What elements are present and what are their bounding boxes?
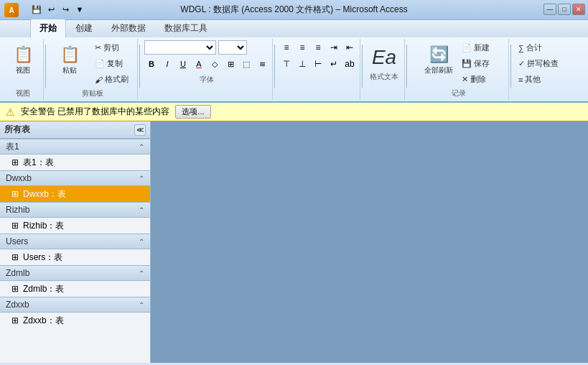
italic-button[interactable]: I xyxy=(160,57,174,71)
clipboard-content: 📋 粘贴 ✂ 剪切 📄 复制 🖌 格式刷 xyxy=(52,40,133,87)
window-controls: — □ ✕ xyxy=(543,4,585,15)
table-icon-1: ⊞ xyxy=(11,157,19,167)
nav-section-zdxxb[interactable]: Zdxxb ⌃ xyxy=(0,297,150,313)
more-label: 其他 xyxy=(525,74,541,85)
nav-section-title-zdmlb: Zdmlb xyxy=(6,268,29,278)
expand-button[interactable]: ab xyxy=(342,57,357,71)
outdent-button[interactable]: ⇤ xyxy=(342,40,357,55)
title-text: WDGL : 数据库 (Access 2000 文件格式) – Microsof… xyxy=(180,4,407,16)
new-record-button[interactable]: 📄 新建 xyxy=(457,40,494,55)
nav-collapse-button[interactable]: ≪ xyxy=(134,124,146,136)
sum-button[interactable]: ∑ 合计 xyxy=(514,40,563,55)
refresh-button[interactable]: 🔄 全部刷新 xyxy=(423,40,454,80)
align-right-button[interactable]: ≡ xyxy=(311,40,325,55)
nav-panel: 所有表 ≪ 表1 ⌃ ⊞ 表1：表 Dwxxb ⌃ ⊞ Dwxxb：表 xyxy=(0,121,151,363)
records-small-col: 📄 新建 💾 保存 ✕ 删除 xyxy=(457,40,494,87)
align-row-1: ≡ ≡ ≡ ⇥ ⇤ xyxy=(279,40,357,55)
qat-redo-button[interactable]: ↪ xyxy=(59,3,72,16)
grid-button[interactable]: ⊞ xyxy=(223,57,238,71)
tab-create[interactable]: 创建 xyxy=(66,19,102,37)
cut-icon: ✂ xyxy=(95,43,101,52)
records-group-label: 记录 xyxy=(452,88,466,98)
qat-customize-button[interactable]: ▼ xyxy=(73,3,86,16)
nav-item-rizhib[interactable]: ⊞ Rizhib：表 xyxy=(0,218,150,234)
font-size-select[interactable] xyxy=(218,40,247,55)
nav-item-table1-biao[interactable]: ⊞ 表1：表 xyxy=(0,154,150,170)
font-name-select[interactable] xyxy=(144,40,216,55)
nav-section-users[interactable]: Users ⌃ xyxy=(0,234,150,249)
refresh-label: 全部刷新 xyxy=(424,65,453,75)
nav-item-label-users: Users：表 xyxy=(23,251,62,264)
align-middle-button[interactable]: ⊥ xyxy=(295,57,309,71)
qat-undo-button[interactable]: ↩ xyxy=(45,3,57,16)
align-bottom-button[interactable]: ⊢ xyxy=(311,57,325,71)
font-color-button[interactable]: A xyxy=(192,57,206,71)
view-group-content: 📋 视图 xyxy=(7,40,39,87)
nav-section-chevron-zdmlb: ⌃ xyxy=(139,269,144,277)
color-fill-button[interactable]: ≋ xyxy=(255,57,269,71)
nav-section-title-zdxxb: Zdxxb xyxy=(6,300,29,310)
nav-item-dwxxb[interactable]: ⊞ Dwxxb：表 xyxy=(0,186,150,202)
nav-item-zdxxb[interactable]: ⊞ Zdxxb：表 xyxy=(0,313,150,328)
sum-label: 合计 xyxy=(526,42,542,53)
font-row-1 xyxy=(144,40,269,55)
qat-save-button[interactable]: 💾 xyxy=(30,3,43,16)
align-left-button[interactable]: ≡ xyxy=(279,40,294,55)
align-center-button[interactable]: ≡ xyxy=(295,40,309,55)
border-button[interactable]: ⬚ xyxy=(239,57,253,71)
spell-button[interactable]: ✓ 拼写检查 xyxy=(514,56,563,71)
table-icon-rizhib: ⊞ xyxy=(11,221,19,231)
divider-2 xyxy=(139,45,140,88)
indent-button[interactable]: ⇥ xyxy=(327,40,341,55)
paste-button[interactable]: 📋 粘贴 xyxy=(52,40,88,80)
view-button[interactable]: 📋 视图 xyxy=(7,40,39,80)
cut-button[interactable]: ✂ 剪切 xyxy=(90,40,133,55)
nav-section-title-table1: 表1 xyxy=(6,141,19,153)
maximize-button[interactable]: □ xyxy=(558,4,571,15)
ribbon-group-format-text: Ea 格式文本 xyxy=(364,39,405,100)
divider-6 xyxy=(510,45,511,88)
tab-database-tools[interactable]: 数据库工具 xyxy=(155,19,217,37)
format-text-label: 格式文本 xyxy=(370,72,398,82)
underline-button[interactable]: U xyxy=(176,57,190,71)
tab-external-data[interactable]: 外部数据 xyxy=(102,19,155,37)
nav-section-dwxxb[interactable]: Dwxxb ⌃ xyxy=(0,170,150,186)
wrap-button[interactable]: ↵ xyxy=(327,57,341,71)
nav-section-chevron-users: ⌃ xyxy=(139,238,144,246)
nav-item-label-dwxxb: Dwxxb：表 xyxy=(23,188,66,200)
save-record-button[interactable]: 💾 保存 xyxy=(457,56,494,71)
security-options-button[interactable]: 选项... xyxy=(175,105,210,119)
font-row-2: B I U A ◇ ⊞ ⬚ ≋ xyxy=(144,57,269,71)
nav-item-label-zdxxb: Zdxxb：表 xyxy=(23,315,64,327)
ribbon-group-records: 🔄 全部刷新 📄 新建 💾 保存 ✕ 删除 xyxy=(409,39,509,100)
refresh-icon: 🔄 xyxy=(429,45,449,64)
quick-access-toolbar: 💾 ↩ ↪ ▼ xyxy=(30,3,86,16)
nav-section-zdmlb[interactable]: Zdmlb ⌃ xyxy=(0,265,150,281)
content-area xyxy=(151,121,588,363)
nav-item-zdmlb[interactable]: ⊞ Zdmlb：表 xyxy=(0,281,150,297)
clipboard-label: 剪贴板 xyxy=(82,88,103,98)
paste-icon: 📋 xyxy=(60,45,80,64)
tab-start[interactable]: 开始 xyxy=(30,19,66,38)
more-button[interactable]: ≡ 其他 xyxy=(514,72,563,87)
minimize-button[interactable]: — xyxy=(543,4,556,15)
nav-item-users[interactable]: ⊞ Users：表 xyxy=(0,249,150,265)
clipboard-small-buttons: ✂ 剪切 📄 复制 🖌 格式刷 xyxy=(90,40,133,87)
table-icon-zdxxb: ⊞ xyxy=(11,315,19,325)
bold-button[interactable]: B xyxy=(144,57,159,71)
nav-section-table1[interactable]: 表1 ⌃ xyxy=(0,139,150,154)
nav-section-chevron-dwxxb: ⌃ xyxy=(139,175,144,182)
delete-record-button[interactable]: ✕ 删除 xyxy=(457,72,494,87)
divider-4 xyxy=(362,45,363,88)
format-painter-button[interactable]: 🖌 格式刷 xyxy=(90,72,133,87)
nav-item-label-rizhib: Rizhib：表 xyxy=(23,220,64,232)
security-bar: ⚠ 安全警告 已禁用了数据库中的某些内容 选项... xyxy=(0,103,588,121)
close-button[interactable]: ✕ xyxy=(572,4,585,15)
align-top-button[interactable]: ⊤ xyxy=(279,57,294,71)
nav-section-rizhib[interactable]: Rizhib ⌃ xyxy=(0,202,150,218)
divider-1 xyxy=(45,45,46,88)
copy-button[interactable]: 📄 复制 xyxy=(90,56,133,71)
highlight-button[interactable]: ◇ xyxy=(207,57,222,71)
paste-label: 粘贴 xyxy=(62,65,77,75)
font-color-icon: A xyxy=(196,60,201,68)
